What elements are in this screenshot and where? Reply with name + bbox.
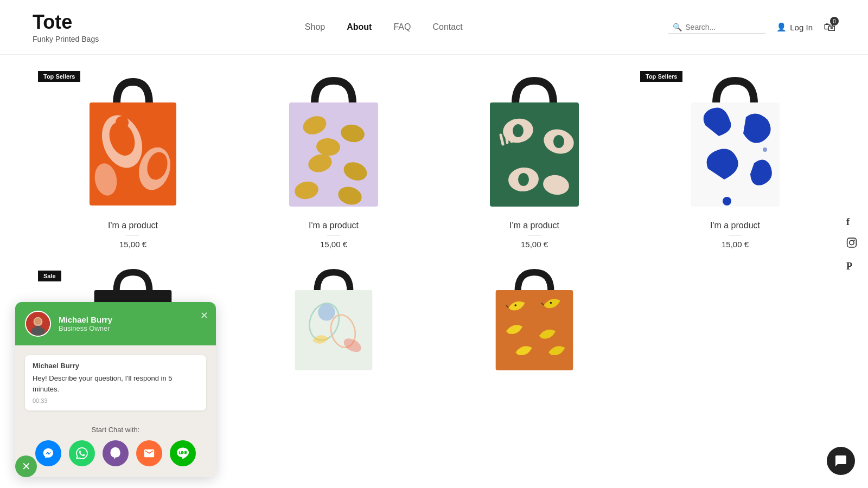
line-button[interactable] (170, 440, 196, 466)
login-button[interactable]: 👤 Log In (776, 22, 813, 32)
product-image-2 (274, 71, 393, 212)
product-card-6[interactable] (233, 265, 434, 379)
product-image-7 (475, 265, 594, 374)
svg-point-51 (850, 240, 854, 245)
nav-shop[interactable]: Shop (305, 22, 325, 32)
product-grid-row1: Top Sellers I'm a product 15,00 € (0, 55, 868, 265)
product-card-7[interactable] (434, 265, 635, 379)
header-right: 🔍 👤 Log In 🛍 0 (668, 20, 835, 34)
svg-point-48 (514, 304, 516, 306)
svg-point-17 (513, 124, 524, 137)
logo-area: Tote Funky Printed Bags (33, 11, 99, 43)
product-name-1: I'm a product (108, 221, 158, 230)
whatsapp-button[interactable] (69, 440, 95, 466)
search-input[interactable] (685, 23, 761, 31)
product-card-2[interactable]: I'm a product 15,00 € (233, 66, 434, 254)
cart-badge: 0 (830, 17, 839, 25)
cart-button[interactable]: 🛍 0 (824, 20, 835, 34)
chat-message-text: Hey! Describe your question, I'll respon… (33, 373, 199, 394)
chat-message-time: 00:33 (33, 397, 199, 404)
nav-contact[interactable]: Contact (432, 22, 462, 32)
chat-close-button[interactable]: ✕ (200, 310, 208, 322)
product-name-2: I'm a product (309, 221, 359, 230)
chat-message-bubble: Michael Burry Hey! Describe your questio… (25, 355, 206, 410)
svg-point-28 (763, 147, 767, 152)
viber-button[interactable] (103, 440, 129, 466)
product-price-2: 15,00 € (320, 240, 347, 249)
product-card-4[interactable]: Top Sellers I'm a product 15,00 € (635, 66, 835, 254)
chat-close-circle-button[interactable]: ✕ (15, 455, 37, 477)
chat-user-name: Michael Burry (59, 315, 206, 324)
search-icon: 🔍 (673, 23, 682, 31)
email-button[interactable] (136, 440, 162, 466)
product-name-4: I'm a product (710, 221, 760, 230)
svg-point-52 (853, 240, 855, 241)
svg-point-21 (518, 173, 529, 186)
product-divider-4 (729, 235, 742, 235)
chat-start-label: Start Chat with: (25, 426, 206, 434)
user-icon: 👤 (776, 22, 787, 32)
svg-point-49 (550, 302, 552, 304)
nav-faq[interactable]: FAQ (393, 22, 411, 32)
svg-point-57 (35, 318, 42, 325)
chat-message-area: Michael Burry Hey! Describe your questio… (15, 345, 216, 420)
product-card-3[interactable]: I'm a product 15,00 € (434, 66, 635, 254)
logo-tagline: Funky Printed Bags (33, 35, 99, 43)
instagram-icon[interactable] (846, 237, 857, 251)
nav-about[interactable]: About (347, 22, 372, 32)
product-price-3: 15,00 € (521, 240, 548, 249)
svg-rect-40 (295, 290, 373, 370)
product-card-1[interactable]: Top Sellers I'm a product 15,00 € (33, 66, 233, 254)
chat-message-sender: Michael Burry (33, 362, 199, 370)
chat-footer: Start Chat with: (15, 420, 216, 477)
header: Tote Funky Printed Bags Shop About FAQ C… (0, 0, 868, 55)
svg-point-19 (553, 135, 564, 148)
pinterest-icon[interactable]: P (846, 261, 857, 272)
product-divider-2 (327, 235, 340, 235)
badge-top-sellers-1: Top Sellers (38, 71, 80, 82)
svg-rect-50 (847, 238, 857, 247)
svg-point-55 (31, 327, 45, 337)
chat-avatar (25, 311, 51, 337)
product-price-4: 15,00 € (722, 240, 749, 249)
login-label: Log In (790, 23, 813, 32)
badge-top-sellers-2: Top Sellers (640, 71, 682, 82)
messenger-button[interactable] (35, 440, 61, 466)
product-name-3: I'm a product (509, 221, 559, 230)
svg-point-43 (318, 304, 335, 320)
main-nav: Shop About FAQ Contact (305, 22, 463, 32)
chat-user-role: Business Owner (59, 324, 206, 332)
product-image-1 (73, 71, 193, 212)
chat-bubble-button[interactable] (827, 447, 855, 475)
chat-header: Michael Burry Business Owner ✕ (15, 302, 216, 345)
badge-sale: Sale (38, 271, 61, 281)
svg-point-27 (723, 197, 731, 206)
chat-user-info: Michael Burry Business Owner (59, 315, 206, 332)
svg-line-24 (506, 133, 507, 143)
social-sidebar: f P (846, 216, 857, 272)
product-image-6 (274, 265, 393, 374)
product-image-3 (475, 71, 594, 212)
logo-title: Tote (33, 11, 99, 34)
product-divider-1 (126, 235, 139, 235)
facebook-icon[interactable]: f (846, 216, 857, 228)
search-box[interactable]: 🔍 (668, 21, 765, 34)
chat-widget: Michael Burry Business Owner ✕ Michael B… (15, 302, 216, 477)
product-price-1: 15,00 € (119, 240, 146, 249)
product-divider-3 (528, 235, 541, 235)
svg-point-5 (116, 116, 129, 129)
product-card-8[interactable] (635, 265, 835, 379)
product-image-4 (675, 71, 795, 212)
chat-apps (25, 440, 206, 466)
